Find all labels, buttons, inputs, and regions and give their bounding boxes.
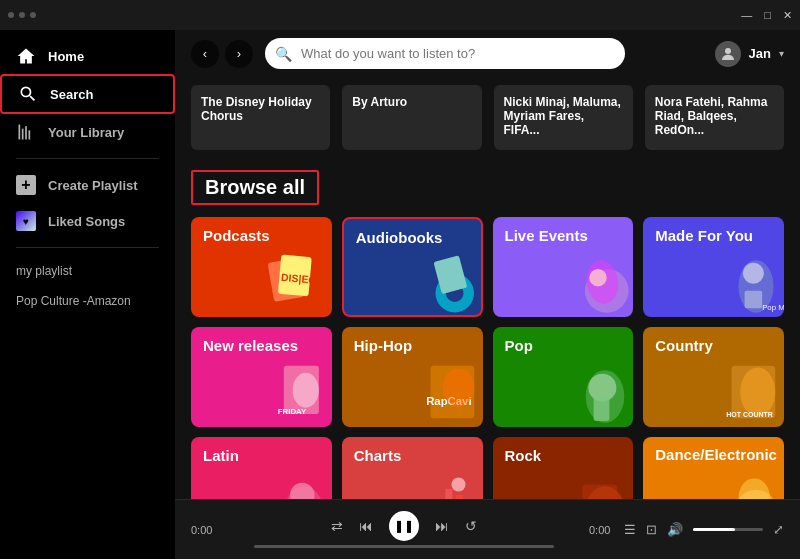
back-button[interactable]: ‹ — [191, 40, 219, 68]
category-label-made-for-you: Made For You — [655, 227, 753, 245]
sidebar-item-library[interactable]: Your Library — [0, 114, 175, 150]
browse-all-title: Browse all — [191, 170, 319, 205]
category-country[interactable]: Country HOT COUNTR — [643, 327, 784, 427]
fullscreen-icon[interactable]: ⤢ — [773, 522, 784, 537]
queue-icon[interactable]: ☰ — [624, 522, 636, 537]
maximize-button[interactable]: □ — [764, 9, 771, 21]
top-strip: The Disney Holiday Chorus By Arturo Nick… — [191, 77, 784, 158]
browse-all-header: Browse all — [191, 170, 784, 205]
svg-point-31 — [290, 483, 315, 499]
playlist-item-my-playlist[interactable]: my playlist — [0, 256, 175, 286]
svg-rect-26 — [594, 396, 610, 421]
rock-decoration — [563, 467, 633, 499]
category-new-releases[interactable]: New releases FRIDAY — [191, 327, 332, 427]
dance-decoration — [714, 467, 784, 499]
svg-text:FRIDAY: FRIDAY — [278, 407, 307, 416]
category-rock[interactable]: Rock — [493, 437, 634, 499]
minimize-button[interactable]: — — [741, 9, 752, 21]
svg-point-19 — [292, 373, 318, 408]
pop-decoration — [563, 357, 633, 427]
top-nav: ‹ › 🔍 Jan ▾ — [175, 30, 800, 77]
category-pop[interactable]: Pop — [493, 327, 634, 427]
category-charts[interactable]: Charts — [342, 437, 483, 499]
dot-1 — [8, 12, 14, 18]
svg-text:HOT COUNTR: HOT COUNTR — [726, 411, 773, 418]
library-label: Your Library — [48, 125, 124, 140]
search-label: Search — [50, 87, 93, 102]
strip-title-0: The Disney Holiday Chorus — [201, 95, 320, 123]
svg-point-39 — [739, 478, 771, 499]
home-label: Home — [48, 49, 84, 64]
player-time-left: 0:00 — [191, 524, 226, 536]
sidebar-divider-1 — [16, 158, 159, 159]
home-icon — [16, 46, 36, 66]
svg-rect-0 — [19, 125, 21, 140]
svg-point-35 — [451, 478, 465, 492]
strip-item-1[interactable]: By Arturo — [342, 85, 481, 150]
category-latin[interactable]: Latin — [191, 437, 332, 499]
volume-bar[interactable] — [693, 528, 763, 531]
liked-songs-button[interactable]: ♥ Liked Songs — [0, 203, 175, 239]
strip-title-1: By Arturo — [352, 95, 471, 109]
category-label-rock: Rock — [505, 447, 542, 465]
strip-item-3[interactable]: Nora Fatehi, Rahma Riad, Balqees, RedOn.… — [645, 85, 784, 150]
category-label-latin: Latin — [203, 447, 239, 465]
strip-item-2[interactable]: Nicki Minaj, Maluma, Myriam Fares, FIFA.… — [494, 85, 633, 150]
svg-point-4 — [725, 48, 731, 54]
next-button[interactable]: ⏭ — [435, 518, 449, 534]
sidebar-item-home[interactable]: Home — [0, 38, 175, 74]
main-content: ‹ › 🔍 Jan ▾ The Disn — [175, 30, 800, 559]
hip-hop-decoration: RapCavi — [413, 357, 483, 427]
player-progress-bar[interactable] — [254, 545, 554, 548]
chevron-down-icon: ▾ — [779, 48, 784, 59]
repeat-button[interactable]: ↺ — [465, 518, 477, 534]
category-live-events[interactable]: Live Events — [493, 217, 634, 317]
create-playlist-button[interactable]: + Create Playlist — [0, 167, 175, 203]
latin-decoration — [262, 467, 332, 499]
category-made-for-you[interactable]: Made For You Pop Mix — [643, 217, 784, 317]
player-right-controls: ☰ ⊡ 🔊 ⤢ — [624, 522, 784, 537]
svg-rect-16 — [745, 291, 763, 309]
sidebar: Home Search Your Library + Create Playli… — [0, 30, 175, 559]
svg-rect-3 — [29, 130, 31, 139]
user-name: Jan — [749, 46, 771, 61]
play-button[interactable]: ❚❚ — [389, 511, 419, 541]
previous-button[interactable]: ⏮ — [359, 518, 373, 534]
close-button[interactable]: ✕ — [783, 9, 792, 22]
new-releases-decoration: FRIDAY — [262, 357, 332, 427]
svg-point-15 — [743, 263, 764, 284]
player-buttons: ⇄ ⏮ ❚❚ ⏭ ↺ — [331, 511, 477, 541]
svg-point-23 — [442, 368, 474, 407]
shuffle-button[interactable]: ⇄ — [331, 518, 343, 534]
category-label-live-events: Live Events — [505, 227, 588, 245]
scroll-area[interactable]: The Disney Holiday Chorus By Arturo Nick… — [175, 77, 800, 499]
sidebar-divider-2 — [16, 247, 159, 248]
audiobooks-decoration — [411, 245, 481, 315]
create-playlist-icon: + — [16, 175, 36, 195]
search-bar: 🔍 — [265, 38, 625, 69]
playlist-item-pop-culture[interactable]: Pop Culture -Amazon — [0, 286, 175, 316]
svg-rect-33 — [445, 489, 452, 499]
made-for-you-decoration: Pop Mix — [714, 247, 784, 317]
category-dance-electronic[interactable]: Dance/Electronic — [643, 437, 784, 499]
strip-title-3: Nora Fatehi, Rahma Riad, Balqees, RedOn.… — [655, 95, 774, 137]
category-hip-hop[interactable]: Hip-Hop RapCavi — [342, 327, 483, 427]
liked-songs-icon: ♥ — [16, 211, 36, 231]
volume-icon[interactable]: 🔊 — [667, 522, 683, 537]
category-label-audiobooks: Audiobooks — [356, 229, 443, 247]
category-audiobooks[interactable]: Audiobooks — [342, 217, 483, 317]
svg-rect-37 — [583, 485, 618, 500]
devices-icon[interactable]: ⊡ — [646, 522, 657, 537]
forward-button[interactable]: › — [225, 40, 253, 68]
player-controls: ⇄ ⏮ ❚❚ ⏭ ↺ — [226, 511, 581, 548]
category-podcasts[interactable]: Podcasts DIS|EC — [191, 217, 332, 317]
strip-item-0[interactable]: The Disney Holiday Chorus — [191, 85, 330, 150]
category-label-new-releases: New releases — [203, 337, 298, 355]
svg-rect-2 — [25, 126, 27, 139]
player: 0:00 ⇄ ⏮ ❚❚ ⏭ ↺ 0:00 ☰ ⊡ 🔊 ⤢ — [175, 499, 800, 559]
user-area[interactable]: Jan ▾ — [715, 41, 784, 67]
sidebar-item-search[interactable]: Search — [0, 74, 175, 114]
nav-arrows: ‹ › — [191, 40, 253, 68]
search-input[interactable] — [265, 38, 625, 69]
svg-point-13 — [590, 269, 608, 287]
